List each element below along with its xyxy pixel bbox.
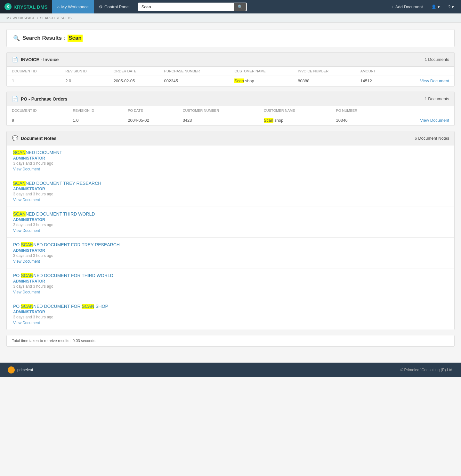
invoice-customer-highlight: Scan — [234, 78, 244, 83]
help-icon: ? — [448, 4, 450, 9]
note-item-3: SCANNED DOCUMENT THIRD WORLD ADMINISTRAT… — [7, 207, 454, 238]
note-6-title: PO SCANNED DOCUMENT FOR SCAN SHOP — [13, 304, 448, 309]
invoice-table-header-row: Document ID Revision ID Order Date Purch… — [7, 67, 454, 76]
invoice-table-row: 1 2.0 2005-02-05 002345 Scan shop 80888 … — [7, 76, 454, 86]
note-item-5: PO SCANNED DOCUMENT FOR THIRD WORLD ADMI… — [7, 268, 454, 299]
note-5-author: ADMINISTRATOR — [13, 279, 448, 283]
search-area: 🔍 — [135, 3, 388, 11]
my-workspace-label: My Workspace — [61, 4, 89, 9]
notes-count: 6 Document Notes — [415, 136, 449, 141]
note-4-highlight: SCAN — [21, 242, 33, 247]
control-panel-nav[interactable]: ⚙ Control Panel — [94, 0, 135, 13]
invoice-row-invoice-num: 80888 — [293, 76, 355, 86]
my-workspace-nav[interactable]: ⌂ My Workspace — [52, 0, 94, 13]
po-col-customer-num: CUSTOMER NUMBER — [178, 106, 259, 115]
po-view-document-link[interactable]: View Document — [420, 118, 449, 123]
footer-brand: primeleaf — [8, 366, 33, 373]
po-row-po-date: 2004-05-02 — [123, 115, 177, 126]
invoice-row-doc-id: 1 — [7, 76, 60, 86]
invoice-col-doc-id: Document ID — [7, 67, 60, 76]
search-button[interactable]: 🔍 — [234, 3, 246, 11]
po-row-action: View Document — [386, 115, 454, 126]
po-row-customer-num: 3423 — [178, 115, 259, 126]
po-doc-icon: 📄 — [12, 96, 18, 102]
invoice-section: 📄 INVOICE - Invoice 1 Documents Document… — [6, 52, 455, 86]
brand-name: KRYSTAL DMS — [13, 4, 47, 10]
search-icon: 🔍 — [13, 35, 20, 42]
po-col-doc-id: Document ID — [7, 106, 68, 115]
timing-bar: Total time taken to retreive results : 0… — [6, 335, 455, 347]
note-1-title: SCANNED DOCUMENT — [13, 150, 448, 155]
po-section-header: 📄 PO - Purchase Orders 1 Documents — [7, 92, 454, 106]
notes-section-title-wrap: 💬 Document Notes — [12, 135, 56, 141]
po-row-rev-id: 1.0 — [68, 115, 123, 126]
user-icon: 👤 — [431, 4, 436, 9]
notes-section-title: Document Notes — [21, 136, 56, 141]
invoice-section-header: 📄 INVOICE - Invoice 1 Documents — [7, 53, 454, 67]
note-4-author: ADMINISTRATOR — [13, 248, 448, 253]
invoice-col-order-date: Order Date — [109, 67, 159, 76]
footer: primeleaf © Primeleaf Consulting (P) Ltd… — [0, 363, 461, 377]
note-4-time: 3 days and 3 hours ago — [13, 253, 448, 258]
note-item-4: PO SCANNED DOCUMENT FOR TREY RESEARCH AD… — [7, 238, 454, 268]
invoice-row-action: View Document — [394, 76, 454, 86]
note-5-view-link[interactable]: View Document — [13, 290, 40, 294]
add-document-button[interactable]: + Add Document — [388, 0, 427, 13]
note-1-view-link[interactable]: View Document — [13, 167, 40, 171]
notes-section-header: 💬 Document Notes 6 Document Notes — [7, 131, 454, 145]
search-results-header: 🔍 Search Results : Scan — [6, 29, 455, 47]
breadcrumb-home[interactable]: MY WORKSPACE — [6, 16, 35, 20]
note-2-view-link[interactable]: View Document — [13, 198, 40, 202]
note-6-highlight-1: SCAN — [21, 304, 33, 309]
note-3-highlight: SCAN — [13, 211, 26, 217]
po-customer-highlight: Scan — [264, 118, 273, 123]
gear-icon: ⚙ — [99, 4, 103, 9]
invoice-view-document-link[interactable]: View Document — [420, 78, 449, 83]
invoice-row-amount: 14512 — [355, 76, 394, 86]
invoice-section-title: INVOICE - Invoice — [21, 57, 59, 62]
invoice-col-rev-id: Revision ID — [60, 67, 109, 76]
note-6-author: ADMINISTRATOR — [13, 310, 448, 314]
note-item-6: PO SCANNED DOCUMENT FOR SCAN SHOP ADMINI… — [7, 299, 454, 330]
po-row-doc-id: 9 — [7, 115, 68, 126]
note-2-author: ADMINISTRATOR — [13, 187, 448, 191]
note-1-highlight: SCAN — [13, 150, 26, 155]
po-section: 📄 PO - Purchase Orders 1 Documents Docum… — [6, 92, 455, 126]
note-item-2: SCANNED DOCUMENT TREY RESEARCH ADMINISTR… — [7, 176, 454, 207]
note-5-title: PO SCANNED DOCUMENT FOR THIRD WORLD — [13, 273, 448, 278]
po-row-customer-name: Scan shop — [259, 115, 331, 126]
po-doc-count: 1 Documents — [425, 96, 449, 101]
navbar: K KRYSTAL DMS ⌂ My Workspace ⚙ Control P… — [0, 0, 461, 13]
note-3-title: SCANNED DOCUMENT THIRD WORLD — [13, 211, 448, 217]
invoice-row-purchase-num: 002345 — [159, 76, 230, 86]
note-3-time: 3 days and 3 hours ago — [13, 223, 448, 227]
help-menu-button[interactable]: ? ▾ — [444, 0, 458, 13]
po-table-header-row: Document ID Revision ID PO DATE CUSTOMER… — [7, 106, 454, 115]
po-col-action — [386, 106, 454, 115]
search-input-wrap: 🔍 — [138, 3, 247, 11]
user-menu-button[interactable]: 👤 ▾ — [427, 0, 444, 13]
note-2-title: SCANNED DOCUMENT TREY RESEARCH — [13, 181, 448, 186]
po-col-customer-name: CUSTOMER NAME — [259, 106, 331, 115]
invoice-col-action — [394, 67, 454, 76]
po-section-title: PO - Purchase Orders — [21, 96, 68, 102]
note-6-highlight-2: SCAN — [82, 304, 94, 309]
note-3-view-link[interactable]: View Document — [13, 228, 40, 233]
note-6-view-link[interactable]: View Document — [13, 321, 40, 325]
po-section-title-wrap: 📄 PO - Purchase Orders — [12, 96, 68, 102]
footer-brand-name: primeleaf — [17, 368, 33, 372]
po-row-po-num: 10346 — [331, 115, 386, 126]
search-input[interactable] — [138, 3, 234, 11]
note-1-time: 3 days and 3 hours ago — [13, 161, 448, 166]
navbar-actions: + Add Document 👤 ▾ ? ▾ — [388, 0, 461, 13]
po-col-rev-id: Revision ID — [68, 106, 123, 115]
invoice-row-rev-id: 2.0 — [60, 76, 109, 86]
po-table: Document ID Revision ID PO DATE CUSTOMER… — [7, 106, 454, 126]
note-4-view-link[interactable]: View Document — [13, 259, 40, 264]
brand-logo: K — [4, 3, 12, 10]
invoice-doc-count: 1 Documents — [425, 57, 449, 62]
invoice-doc-icon: 📄 — [12, 56, 18, 62]
note-2-highlight: SCAN — [13, 181, 26, 186]
note-5-time: 3 days and 3 hours ago — [13, 284, 448, 289]
control-panel-label: Control Panel — [104, 4, 130, 9]
